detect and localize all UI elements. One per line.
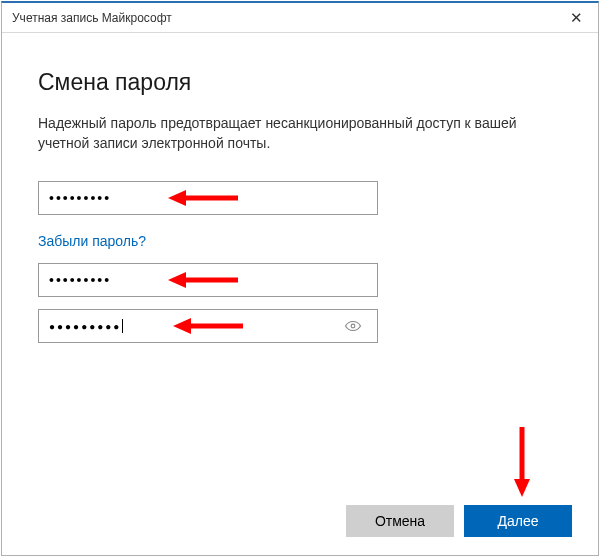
titlebar: Учетная запись Майкрософт ✕ xyxy=(2,3,598,33)
current-password-input[interactable] xyxy=(38,181,378,215)
confirm-password-input[interactable]: ●●●●●●●●● xyxy=(38,309,378,343)
text-cursor xyxy=(122,319,123,333)
svg-point-4 xyxy=(351,324,355,328)
svg-marker-8 xyxy=(514,479,530,497)
confirm-password-row: ●●●●●●●●● xyxy=(38,309,562,343)
content-area: Смена пароля Надежный пароль предотвраща… xyxy=(2,33,598,343)
cancel-button[interactable]: Отмена xyxy=(346,505,454,537)
close-button[interactable]: ✕ xyxy=(554,3,598,33)
window-title: Учетная запись Майкрософт xyxy=(12,11,172,25)
new-password-input[interactable] xyxy=(38,263,378,297)
reveal-password-icon[interactable] xyxy=(344,317,362,335)
description-text: Надежный пароль предотвращает несанкцион… xyxy=(38,114,562,153)
dialog-footer: Отмена Далее xyxy=(346,505,572,537)
annotation-arrow-4 xyxy=(512,427,532,497)
forgot-password-link[interactable]: Забыли пароль? xyxy=(38,233,146,249)
dialog-window: Учетная запись Майкрософт ✕ Смена пароля… xyxy=(1,1,599,556)
next-button[interactable]: Далее xyxy=(464,505,572,537)
current-password-row xyxy=(38,181,562,215)
close-icon: ✕ xyxy=(570,9,583,27)
new-password-row xyxy=(38,263,562,297)
page-title: Смена пароля xyxy=(38,69,562,96)
